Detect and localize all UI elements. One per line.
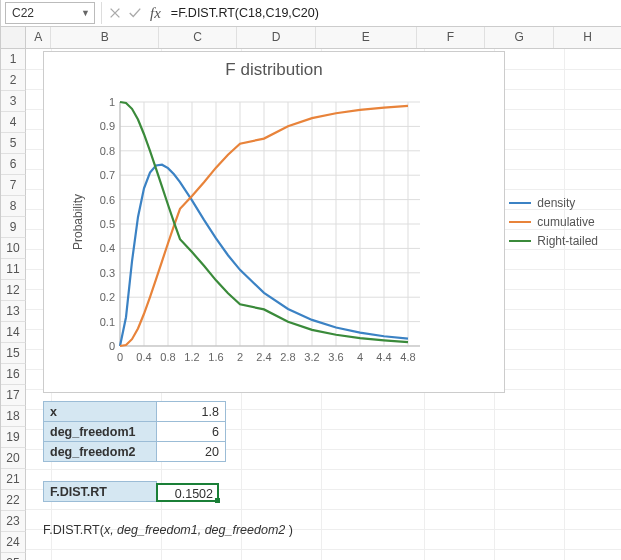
col-header-E[interactable]: E <box>316 27 417 48</box>
active-cell[interactable]: 0.1502 <box>156 483 219 502</box>
svg-text:0.4: 0.4 <box>100 242 115 254</box>
svg-text:0.7: 0.7 <box>100 169 115 181</box>
svg-text:0.5: 0.5 <box>100 218 115 230</box>
svg-text:0: 0 <box>109 340 115 352</box>
row-header-10[interactable]: 10 <box>1 238 26 259</box>
name-box[interactable]: C22 ▼ <box>5 2 95 24</box>
param-value[interactable]: 20 <box>157 442 226 462</box>
svg-text:0.1: 0.1 <box>100 316 115 328</box>
svg-text:4.4: 4.4 <box>376 351 391 363</box>
svg-text:3.6: 3.6 <box>328 351 343 363</box>
row-header-16[interactable]: 16 <box>1 364 26 385</box>
row-header-6[interactable]: 6 <box>1 154 26 175</box>
svg-text:0.3: 0.3 <box>100 267 115 279</box>
svg-text:0.9: 0.9 <box>100 120 115 132</box>
svg-text:0: 0 <box>117 351 123 363</box>
legend-item: cumulative <box>509 215 598 229</box>
row-headers: 1234567891011121314151617181920212223242… <box>1 49 26 560</box>
param-label: deg_freedom2 <box>44 442 157 462</box>
row-header-4[interactable]: 4 <box>1 112 26 133</box>
row-header-19[interactable]: 19 <box>1 427 26 448</box>
cancel-icon[interactable] <box>108 6 122 20</box>
name-box-value: C22 <box>12 6 34 20</box>
row-header-23[interactable]: 23 <box>1 511 26 532</box>
row-header-8[interactable]: 8 <box>1 196 26 217</box>
svg-text:2: 2 <box>237 351 243 363</box>
formula-bar-icons: fx <box>108 5 163 22</box>
svg-text:0.8: 0.8 <box>160 351 175 363</box>
row-header-9[interactable]: 9 <box>1 217 26 238</box>
svg-text:2.4: 2.4 <box>256 351 271 363</box>
fx-icon[interactable]: fx <box>148 5 163 22</box>
row-header-20[interactable]: 20 <box>1 448 26 469</box>
formula-bar: C22 ▼ fx =F.DIST.RT(C18,C19,C20) <box>1 0 621 27</box>
row-header-13[interactable]: 13 <box>1 301 26 322</box>
param-label: deg_freedom1 <box>44 422 157 442</box>
svg-text:1.2: 1.2 <box>184 351 199 363</box>
row-header-24[interactable]: 24 <box>1 532 26 553</box>
chevron-down-icon[interactable]: ▼ <box>81 8 90 18</box>
column-headers: ABCDEFGH <box>1 27 621 49</box>
legend-item: Right-tailed <box>509 234 598 248</box>
param-value[interactable]: 1.8 <box>157 402 226 422</box>
row-header-25[interactable]: 25 <box>1 553 26 560</box>
svg-text:0.8: 0.8 <box>100 145 115 157</box>
row-header-1[interactable]: 1 <box>1 49 26 70</box>
param-label: x <box>44 402 157 422</box>
col-header-B[interactable]: B <box>51 27 159 48</box>
spreadsheet-grid[interactable]: F distribution Probability 00.10.20.30.4… <box>26 49 621 560</box>
row-header-22[interactable]: 22 <box>1 490 26 511</box>
svg-text:4.8: 4.8 <box>400 351 415 363</box>
svg-text:4: 4 <box>357 351 363 363</box>
select-all-corner[interactable] <box>1 27 26 48</box>
confirm-icon[interactable] <box>128 6 142 20</box>
chart[interactable]: F distribution Probability 00.10.20.30.4… <box>43 51 505 393</box>
row-header-7[interactable]: 7 <box>1 175 26 196</box>
col-header-G[interactable]: G <box>485 27 554 48</box>
row-header-15[interactable]: 15 <box>1 343 26 364</box>
row-header-14[interactable]: 14 <box>1 322 26 343</box>
svg-text:0.4: 0.4 <box>136 351 151 363</box>
row-header-2[interactable]: 2 <box>1 70 26 91</box>
y-axis-label: Probability <box>71 194 85 250</box>
col-header-C[interactable]: C <box>159 27 237 48</box>
chart-plot: 00.10.20.30.40.50.60.70.80.9100.40.81.21… <box>92 92 422 370</box>
svg-text:3.2: 3.2 <box>304 351 319 363</box>
svg-text:0.6: 0.6 <box>100 194 115 206</box>
col-header-F[interactable]: F <box>417 27 486 48</box>
svg-text:1: 1 <box>109 96 115 108</box>
row-header-11[interactable]: 11 <box>1 259 26 280</box>
formula-input[interactable]: =F.DIST.RT(C18,C19,C20) <box>163 6 621 20</box>
row-header-5[interactable]: 5 <box>1 133 26 154</box>
row-header-12[interactable]: 12 <box>1 280 26 301</box>
row-header-18[interactable]: 18 <box>1 406 26 427</box>
svg-text:1.6: 1.6 <box>208 351 223 363</box>
svg-text:0.2: 0.2 <box>100 291 115 303</box>
row-header-3[interactable]: 3 <box>1 91 26 112</box>
col-header-D[interactable]: D <box>237 27 315 48</box>
row-header-21[interactable]: 21 <box>1 469 26 490</box>
syntax-hint: F.DIST.RT(x, deg_freedom1, deg_freedom2 … <box>43 523 293 537</box>
chart-title: F distribution <box>44 60 504 80</box>
col-header-H[interactable]: H <box>554 27 621 48</box>
param-value[interactable]: 6 <box>157 422 226 442</box>
row-header-17[interactable]: 17 <box>1 385 26 406</box>
result-label: F.DIST.RT <box>44 482 157 502</box>
col-header-A[interactable]: A <box>26 27 51 48</box>
svg-text:2.8: 2.8 <box>280 351 295 363</box>
legend-item: density <box>509 196 598 210</box>
chart-legend: densitycumulativeRight-tailed <box>509 191 598 253</box>
